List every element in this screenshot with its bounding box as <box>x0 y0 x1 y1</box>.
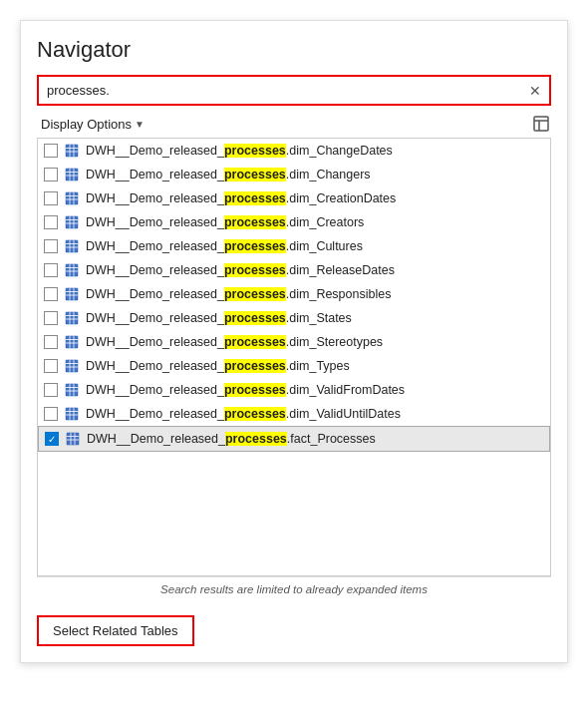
table-name-label: DWH__Demo_released_processes.fact_Proces… <box>87 432 376 446</box>
svg-rect-23 <box>66 240 78 252</box>
table-name-label: DWH__Demo_released_processes.dim_States <box>86 311 352 325</box>
table-icon <box>64 406 80 422</box>
table-checkbox[interactable] <box>44 191 58 205</box>
table-checkbox[interactable] <box>44 407 58 421</box>
table-row[interactable]: DWH__Demo_released_processes.dim_Release… <box>38 258 550 282</box>
table-icon <box>65 431 81 447</box>
svg-rect-38 <box>66 312 78 324</box>
preview-icon[interactable] <box>531 114 551 134</box>
table-checkbox[interactable] <box>44 239 58 253</box>
table-row[interactable]: DWH__Demo_released_processes.dim_ValidFr… <box>38 378 550 402</box>
table-row[interactable]: DWH__Demo_released_processes.fact_Proces… <box>38 426 550 452</box>
table-icon <box>64 190 80 206</box>
svg-rect-18 <box>66 216 78 228</box>
table-checkbox[interactable] <box>44 383 58 397</box>
search-input[interactable] <box>39 77 521 104</box>
table-name-label: DWH__Demo_released_processes.dim_Release… <box>86 263 395 277</box>
table-name-label: DWH__Demo_released_processes.dim_Stereot… <box>86 335 383 349</box>
search-row: ✕ <box>37 75 551 106</box>
table-checkbox[interactable] <box>44 287 58 301</box>
table-icon <box>64 358 80 374</box>
svg-rect-28 <box>66 264 78 276</box>
svg-rect-13 <box>66 192 78 204</box>
table-icon <box>64 238 80 254</box>
svg-rect-33 <box>66 288 78 300</box>
svg-rect-48 <box>66 360 78 372</box>
navigator-panel: Navigator ✕ Display Options ▼ DWH__Demo_… <box>20 20 568 663</box>
select-related-tables-button[interactable]: Select Related Tables <box>37 615 194 646</box>
table-row[interactable]: DWH__Demo_released_processes.dim_Culture… <box>38 234 550 258</box>
table-row[interactable]: DWH__Demo_released_processes.dim_Respons… <box>38 282 550 306</box>
table-name-label: DWH__Demo_released_processes.dim_Respons… <box>86 287 391 301</box>
display-options-row: Display Options ▼ <box>37 114 551 134</box>
table-name-label: DWH__Demo_released_processes.dim_Creator… <box>86 215 364 229</box>
table-row[interactable]: DWH__Demo_released_processes.dim_Stereot… <box>38 330 550 354</box>
table-row[interactable]: DWH__Demo_released_processes.dim_ValidUn… <box>38 402 550 426</box>
panel-title: Navigator <box>37 37 551 63</box>
table-icon <box>64 310 80 326</box>
table-row[interactable]: DWH__Demo_released_processes.dim_States <box>38 306 550 330</box>
table-checkbox[interactable] <box>44 335 58 349</box>
search-note: Search results are limited to already ex… <box>37 576 551 599</box>
table-checkbox[interactable] <box>45 432 59 446</box>
svg-rect-8 <box>66 169 78 181</box>
table-row[interactable]: DWH__Demo_released_processes.dim_Types <box>38 354 550 378</box>
svg-rect-53 <box>66 384 78 396</box>
svg-rect-3 <box>66 145 78 157</box>
table-icon <box>64 262 80 278</box>
search-clear-button[interactable]: ✕ <box>521 79 549 103</box>
display-options-chevron: ▼ <box>135 119 145 130</box>
table-icon <box>64 286 80 302</box>
table-checkbox[interactable] <box>44 215 58 229</box>
table-name-label: DWH__Demo_released_processes.dim_Creatio… <box>86 191 396 205</box>
table-icon <box>64 214 80 230</box>
svg-rect-63 <box>67 433 79 445</box>
table-checkbox[interactable] <box>44 311 58 325</box>
display-options-button[interactable]: Display Options ▼ <box>37 115 148 134</box>
table-row[interactable]: DWH__Demo_released_processes.dim_Changer… <box>38 163 550 186</box>
table-icon <box>64 382 80 398</box>
table-name-label: DWH__Demo_released_processes.dim_ChangeD… <box>86 144 393 158</box>
table-list: DWH__Demo_released_processes.dim_ChangeD… <box>37 138 551 576</box>
table-checkbox[interactable] <box>44 263 58 277</box>
table-checkbox[interactable] <box>44 144 58 158</box>
table-icon <box>64 334 80 350</box>
table-name-label: DWH__Demo_released_processes.dim_ValidUn… <box>86 407 401 421</box>
table-checkbox[interactable] <box>44 168 58 181</box>
table-name-label: DWH__Demo_released_processes.dim_Changer… <box>86 168 371 181</box>
display-options-label: Display Options <box>41 117 132 132</box>
table-name-label: DWH__Demo_released_processes.dim_Types <box>86 359 350 373</box>
table-row[interactable]: DWH__Demo_released_processes.dim_Creator… <box>38 210 550 234</box>
table-name-label: DWH__Demo_released_processes.dim_ValidFr… <box>86 383 405 397</box>
table-row[interactable]: DWH__Demo_released_processes.dim_ChangeD… <box>38 139 550 163</box>
svg-rect-58 <box>66 408 78 420</box>
table-icon <box>64 167 80 182</box>
svg-rect-0 <box>534 117 548 131</box>
table-checkbox[interactable] <box>44 359 58 373</box>
table-row[interactable]: DWH__Demo_released_processes.dim_Creatio… <box>38 186 550 210</box>
table-icon <box>64 143 80 159</box>
table-name-label: DWH__Demo_released_processes.dim_Culture… <box>86 239 363 253</box>
svg-rect-43 <box>66 336 78 348</box>
